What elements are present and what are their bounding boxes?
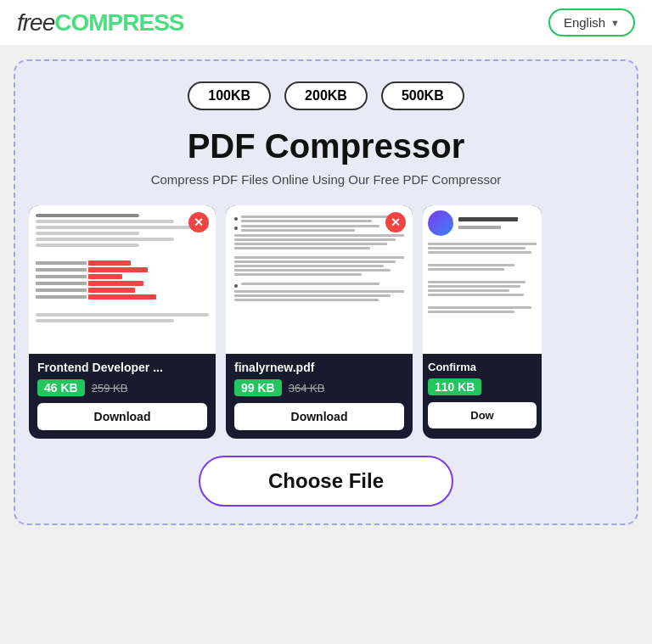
doc2-line: [234, 294, 391, 297]
file-name-3: Confirma: [428, 361, 537, 373]
card-preview-3: [423, 205, 542, 354]
file-cards-row: ✕: [29, 205, 623, 439]
doc-table-row: [36, 294, 209, 300]
page-subtitle: Compress PDF Files Online Using Our Free…: [29, 172, 623, 187]
doc3-header: [428, 210, 537, 236]
doc2-line: [234, 234, 404, 237]
card-preview-1: ✕: [29, 205, 216, 354]
doc-bar: [88, 274, 122, 279]
doc2-line: [234, 260, 396, 263]
doc-para: [234, 290, 404, 301]
doc-table-row: [36, 274, 209, 279]
doc-table-row: [36, 288, 209, 293]
main-area: 100KB 200KB 500KB PDF Compressor Compres…: [0, 46, 652, 539]
choose-file-button[interactable]: Choose File: [199, 456, 453, 507]
doc3-logo-icon: [428, 210, 453, 236]
doc-line: [36, 319, 174, 322]
file-card-2: ✕: [226, 205, 413, 439]
size-row-2: 99 KB 364 KB: [234, 379, 404, 396]
doc-para: [428, 264, 537, 271]
file-card-3: Confirma 110 KB Dow: [423, 205, 542, 439]
bullet-dot: [234, 284, 238, 288]
close-card-2-button[interactable]: ✕: [385, 212, 406, 232]
compressor-box: 100KB 200KB 500KB PDF Compressor Compres…: [14, 59, 638, 525]
doc2-line: [234, 265, 384, 267]
doc-bar: [88, 267, 148, 272]
chevron-down-icon: ▼: [610, 18, 620, 28]
logo-compress-text: COMPRESS: [54, 9, 183, 36]
doc-para: [234, 256, 404, 276]
doc2-line: [234, 256, 404, 259]
page-title: PDF Compressor: [29, 127, 623, 165]
new-size-2: 99 KB: [234, 379, 282, 396]
logo: freeCOMPRESS: [17, 9, 184, 36]
size-200kb-button[interactable]: 200KB: [284, 81, 368, 110]
doc3-line: [428, 268, 504, 271]
file-name-1: Frontend Developer ...: [37, 361, 207, 374]
doc3-line: [428, 311, 514, 313]
doc2-line: [241, 225, 379, 227]
doc-bar: [88, 288, 135, 293]
doc-label: [36, 275, 87, 278]
doc3-line: [428, 306, 531, 309]
doc2-line: [234, 269, 391, 272]
size-row-1: 46 KB 259 KB: [37, 379, 207, 396]
download-button-3[interactable]: Dow: [428, 402, 537, 428]
doc-para: [428, 306, 537, 313]
size-buttons-row: 100KB 200KB 500KB: [29, 81, 623, 110]
doc2-line: [241, 229, 355, 232]
choose-file-wrap: Choose File: [29, 456, 623, 507]
logo-free-text: free: [17, 9, 54, 36]
doc2-line: [241, 220, 372, 222]
doc3-line: [458, 217, 518, 221]
doc3-line: [428, 247, 526, 249]
doc2-line: [241, 216, 388, 218]
doc2-line: [234, 273, 362, 276]
doc-bullet: [234, 216, 404, 222]
doc2-line: [234, 290, 404, 293]
size-500kb-button[interactable]: 500KB: [381, 81, 464, 110]
old-size-2: 364 KB: [289, 382, 325, 395]
language-button[interactable]: English ▼: [548, 8, 635, 36]
doc-label: [36, 295, 87, 299]
doc2-line: [234, 243, 387, 245]
doc-line: [36, 238, 174, 241]
doc3-line: [428, 294, 524, 296]
doc-bullet: [234, 225, 404, 232]
doc3-line: [428, 264, 514, 266]
doc3-line: [428, 289, 509, 292]
doc3-line: [428, 251, 531, 254]
doc-para: [428, 281, 537, 296]
card-info-2: finalyrnew.pdf 99 KB 364 KB Download: [226, 354, 413, 439]
doc-label: [36, 261, 87, 265]
doc-bullet: [234, 283, 404, 288]
download-button-2[interactable]: Download: [234, 403, 404, 430]
doc-label: [36, 282, 87, 285]
doc-para: [428, 243, 537, 254]
doc-bar: [88, 294, 156, 300]
new-size-3: 110 KB: [428, 378, 481, 395]
doc2-line: [241, 283, 379, 285]
card-info-1: Frontend Developer ... 46 KB 259 KB Down…: [29, 354, 216, 439]
download-button-1[interactable]: Download: [37, 403, 207, 430]
doc3-line: [428, 281, 526, 283]
size-row-3: 110 KB: [428, 378, 537, 395]
size-100kb-button[interactable]: 100KB: [188, 81, 271, 110]
doc-line: [36, 232, 139, 235]
doc2-line: [234, 247, 370, 249]
doc-line: [36, 226, 209, 229]
old-size-1: 259 KB: [92, 382, 128, 395]
card-info-3: Confirma 110 KB Dow: [423, 354, 542, 437]
doc3-line: [428, 285, 520, 288]
doc-table-row: [36, 260, 209, 266]
doc-line: [36, 220, 174, 223]
card-preview-2: ✕: [226, 205, 413, 354]
doc-line: [36, 214, 139, 217]
doc-bar: [88, 260, 131, 266]
bullet-dot: [234, 217, 238, 221]
close-card-1-button[interactable]: ✕: [188, 212, 209, 232]
doc-label: [36, 268, 87, 272]
doc-label: [36, 288, 87, 292]
doc3-line: [458, 226, 501, 229]
doc2-line: [234, 238, 396, 241]
